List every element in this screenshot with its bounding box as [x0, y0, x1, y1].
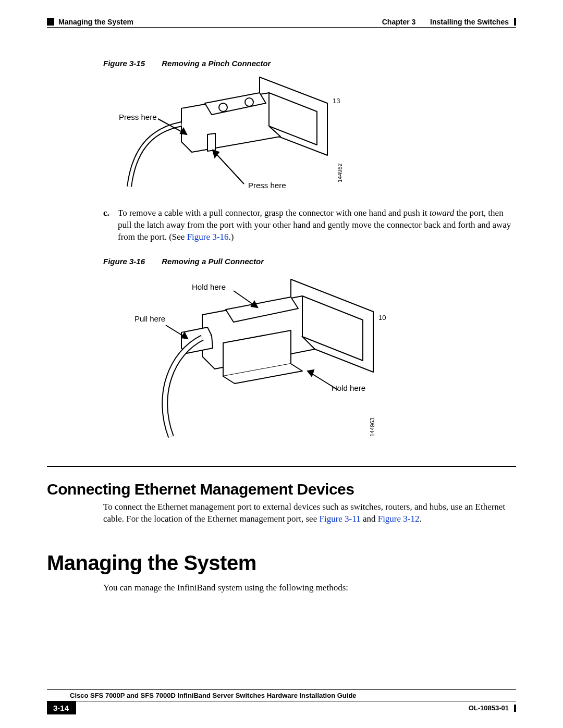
section-managing-system-body: You can manage the InfiniBand system usi…: [103, 582, 516, 594]
figure-15-caption: Figure 3-15 Removing a Pinch Connector: [103, 59, 516, 68]
figure-16-title: Removing a Pull Connector: [162, 257, 264, 266]
figure-16-image-id: 144963: [369, 417, 375, 437]
header-bullet-icon: [47, 18, 54, 26]
figure-16-callout-hold-1: Hold here: [192, 282, 226, 291]
figure-16-callout-pull: Pull here: [134, 314, 165, 323]
figure-15-image-id: 144962: [337, 163, 343, 182]
figure-16-callout-hold-2: Hold here: [332, 384, 365, 392]
figure-15-title: Removing a Pinch Connector: [162, 59, 271, 68]
figure-16: Hold here Pull here Hold here 10 144963: [103, 270, 516, 447]
page-header: Managing the System Chapter 3 Installing…: [47, 18, 516, 26]
step-c-marker: c.: [103, 207, 118, 243]
footer-guide-title: Cisco SFS 7000P and SFS 7000D InfiniBand…: [47, 689, 516, 701]
figure-15-callout-1: Press here: [119, 113, 157, 121]
figure-16-port-number: 10: [378, 314, 386, 322]
figure-16-caption: Figure 3-16 Removing a Pull Connector: [103, 257, 516, 266]
figure-15-label: Figure 3-15: [103, 59, 145, 68]
footer-edge-bar-icon: [514, 705, 516, 712]
section-managing-system-title: Managing the System: [47, 551, 516, 575]
header-section: Managing the System: [58, 18, 133, 26]
xref-figure-3-11[interactable]: Figure 3-11: [319, 514, 360, 524]
header-rule: [47, 27, 516, 28]
pinch-connector-illustration: [103, 72, 395, 197]
figure-16-label: Figure 3-16: [103, 257, 145, 266]
svg-marker-11: [308, 370, 314, 376]
section-connecting-ethernet-title: Connecting Ethernet Management Devices: [47, 480, 516, 498]
section-connecting-ethernet-body: To connect the Ethernet management port …: [103, 501, 516, 525]
figure-15-callout-2: Press here: [248, 181, 286, 190]
footer-doc-id: OL-10853-01: [469, 704, 509, 712]
page-footer: Cisco SFS 7000P and SFS 7000D InfiniBand…: [47, 689, 516, 714]
svg-point-1: [245, 98, 253, 106]
figure-15: Press here Press here 13 144962: [103, 72, 516, 197]
footer-page-number: 3-14: [47, 701, 76, 714]
step-c: c. To remove a cable with a pull connect…: [103, 207, 516, 243]
figure-15-port-number: 13: [333, 97, 340, 105]
step-c-text: To remove a cable with a pull connector,…: [118, 207, 516, 243]
section-rule: [47, 466, 516, 467]
xref-figure-3-12[interactable]: Figure 3-12: [378, 514, 420, 524]
header-edge-bar-icon: [514, 18, 516, 26]
xref-figure-3-16[interactable]: Figure 3-16: [187, 232, 229, 242]
header-chapter: Chapter 3: [382, 18, 416, 26]
svg-point-0: [219, 103, 227, 112]
svg-line-4: [213, 150, 244, 184]
header-chapter-title: Installing the Switches: [430, 18, 509, 26]
